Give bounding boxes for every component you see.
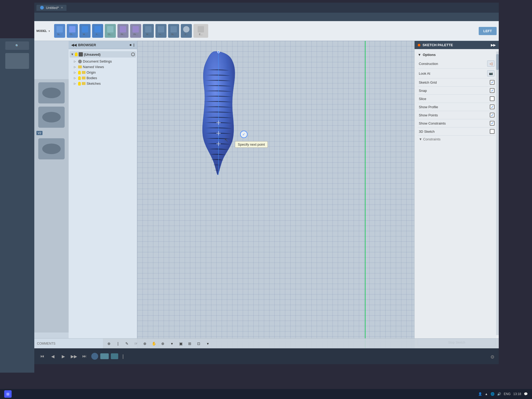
tree-item-sketches[interactable]: ▷ Sketches xyxy=(70,81,136,86)
look-at-action: 📷 xyxy=(487,70,495,77)
taskbar-start-icon[interactable]: ⊞ xyxy=(4,390,12,398)
toolbar-btn-in[interactable]: IN... xyxy=(117,24,129,38)
a-icon xyxy=(94,26,101,32)
btn-label-s: S... xyxy=(184,33,188,36)
timeline-step-mark: | xyxy=(122,354,124,359)
s-icon xyxy=(183,26,189,32)
side-item-3[interactable] xyxy=(38,138,65,159)
toolbar-btn-a2[interactable]: A... xyxy=(155,24,167,38)
construction-label: Construction xyxy=(419,62,438,66)
palette-row-construction: Construction ◁ xyxy=(418,59,496,69)
toolbar-btn-m[interactable]: M... xyxy=(79,24,91,38)
green-vertical-line xyxy=(365,41,365,348)
toolbar-btn-e[interactable]: E... xyxy=(193,24,208,38)
construction-icon-btn[interactable]: ◁ xyxy=(487,60,495,67)
bottom-btn-display[interactable]: ▣ xyxy=(177,340,184,347)
palette-row-show-constraints: Show Constraints xyxy=(418,119,496,127)
bottom-btn-zoom[interactable]: ⊕ xyxy=(141,340,148,347)
tree-root-item[interactable]: ▼ (Unsaved) xyxy=(70,51,136,58)
tree-item-origin[interactable]: ▷ Origin xyxy=(70,70,136,75)
taskbar-up-icon[interactable]: ▲ xyxy=(485,392,488,396)
model-label: MODEL xyxy=(36,29,47,32)
browser-tree: ▼ (Unsaved) ▷ Document Settings xyxy=(69,49,137,348)
comments-bar: COMMENTS xyxy=(34,338,103,348)
model-dropdown-arrow[interactable]: ▾ xyxy=(49,30,50,32)
doc-gear-icon xyxy=(78,60,82,63)
options-header[interactable]: ▼ Options xyxy=(418,53,496,57)
new-icon xyxy=(56,26,63,32)
side-shape-2 xyxy=(42,112,61,122)
timeline-btn-start[interactable]: ⏮ xyxy=(39,353,46,360)
browser-pin[interactable]: | xyxy=(134,43,134,47)
toolbar-btn-s[interactable]: S... xyxy=(181,24,192,38)
show-constraints-checkbox[interactable] xyxy=(490,121,495,126)
look-at-label: Look At xyxy=(419,72,430,75)
view-button[interactable]: LEFT xyxy=(479,27,497,35)
3d-sketch-checkbox[interactable] xyxy=(490,129,495,134)
tree-item-doc-settings[interactable]: ▷ Document Settings xyxy=(70,59,136,64)
timeline-btn-next[interactable]: ▶▶ xyxy=(70,353,78,360)
toolbar-btn-a[interactable]: A... xyxy=(92,24,103,38)
browser-arrow[interactable]: ◀◀ xyxy=(71,43,77,47)
palette-scrollbar[interactable] xyxy=(496,51,499,335)
toolbar-btn-new[interactable]: SL... xyxy=(54,24,65,38)
taskbar-chat-icon[interactable]: 💬 xyxy=(524,392,528,396)
tl-icon-1[interactable] xyxy=(91,353,98,360)
3d-sketch-label: 3D Sketch xyxy=(419,130,435,134)
show-profile-checkbox[interactable] xyxy=(490,104,495,109)
bottom-btn-grid2[interactable]: ⊡ xyxy=(195,340,202,347)
bottom-btn-zoom2[interactable]: ⊕ xyxy=(159,340,166,347)
title-tab[interactable]: Untitled* × xyxy=(36,5,66,11)
toolbar-btn-cl[interactable]: CL... xyxy=(67,24,78,38)
e-icon xyxy=(198,26,204,32)
tl-icon-2[interactable] xyxy=(100,353,109,359)
left-view-label: LEFT xyxy=(479,27,497,35)
btn-label-a: A... xyxy=(96,33,99,36)
timeline-btn-play[interactable]: ▶ xyxy=(60,353,67,360)
bottom-btn-dropdown[interactable]: ▾ xyxy=(168,340,175,347)
sketch-grid-checkbox[interactable] xyxy=(490,80,495,85)
look-at-icon-btn[interactable]: 📷 xyxy=(487,70,495,77)
root-settings-icon[interactable] xyxy=(131,53,135,56)
palette-scrollbar-thumb[interactable] xyxy=(496,54,499,70)
bottom-toolbar: ⊕ | ✎ ☞ ⊕ ✋ ⊕ ▾ ▣ ⊞ ⊡ ▾ xyxy=(103,338,499,348)
bottom-btn-cursor[interactable]: ☞ xyxy=(132,340,139,347)
root-arrow: ▼ xyxy=(71,53,74,56)
side-item-2[interactable] xyxy=(38,107,65,128)
show-points-checkbox[interactable] xyxy=(490,113,495,117)
outer-search-bar[interactable]: 🔍 xyxy=(5,41,29,50)
check-circle[interactable]: ✓ xyxy=(240,131,248,138)
slice-checkbox[interactable] xyxy=(490,96,495,101)
origin-folder-icon xyxy=(82,71,86,74)
taskbar-volume-icon[interactable]: 🔊 xyxy=(497,392,501,396)
bottom-btn-plus[interactable]: ⊕ xyxy=(106,340,112,347)
timeline-btn-end[interactable]: ⏭ xyxy=(81,353,88,360)
browser-panel: ◀◀ BROWSER ● | ▼ (Unsaved) xyxy=(69,41,137,348)
tab-close-button[interactable]: × xyxy=(61,6,63,10)
snap-checkbox[interactable] xyxy=(490,88,495,93)
cl-icon xyxy=(69,26,75,32)
bottom-btn-hand[interactable]: ✋ xyxy=(150,340,157,347)
bottom-btn-grid[interactable]: ⊞ xyxy=(186,340,193,347)
tree-item-named-views[interactable]: ▷ Named Views xyxy=(70,64,136,70)
bottom-btn-settings[interactable]: ▾ xyxy=(204,340,211,347)
toolbar-btn-in2[interactable]: IN... xyxy=(130,24,141,38)
toolbar-btn-sl2[interactable]: SL... xyxy=(168,24,179,38)
title-bar: Untitled* × xyxy=(34,3,499,13)
tl-icon-3[interactable] xyxy=(111,353,118,359)
toolbar-btn-m2[interactable]: M... xyxy=(143,24,154,38)
outer-icon-1[interactable] xyxy=(5,53,29,69)
bottom-btn-pencil[interactable]: ✎ xyxy=(124,340,130,347)
btn-label-m2: M... xyxy=(146,33,150,36)
named-views-arrow: ▷ xyxy=(74,65,77,68)
toolbar-btn-cl2[interactable]: CL... xyxy=(105,24,116,38)
timeline-gear-icon[interactable]: ⚙ xyxy=(490,354,495,360)
tree-item-bodies[interactable]: ▷ Bodies xyxy=(70,75,136,81)
v2-badge: V2 xyxy=(36,131,42,135)
sketch-grid-action xyxy=(490,80,495,85)
palette-expand-icon[interactable]: ▶▶ xyxy=(491,43,496,47)
snap-action xyxy=(490,88,495,93)
palette-row-3d-sketch: 3D Sketch xyxy=(418,127,496,136)
side-item-1[interactable] xyxy=(38,82,65,103)
timeline-btn-prev[interactable]: ◀ xyxy=(49,353,56,360)
